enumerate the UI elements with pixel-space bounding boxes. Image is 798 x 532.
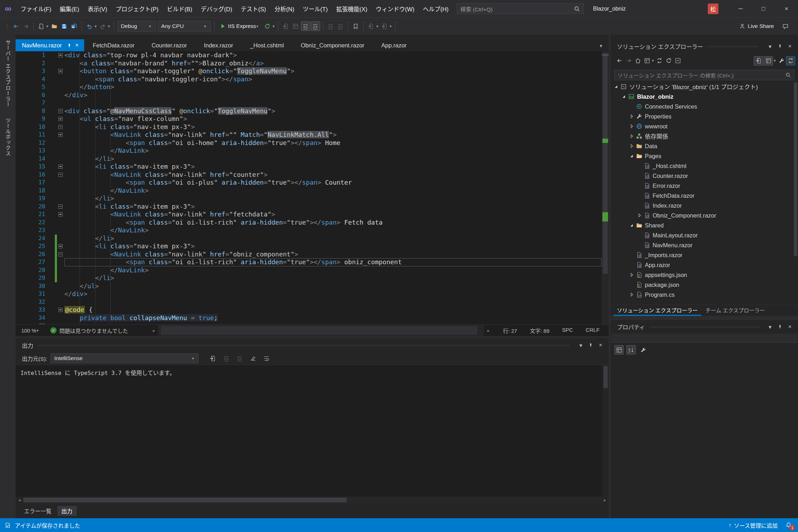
navigate-to-context-icon[interactable] <box>301 22 310 31</box>
fold-toggle[interactable] <box>58 308 63 312</box>
start-debugging-button[interactable]: IIS Express▾ <box>217 21 262 31</box>
editor-tab[interactable]: NavMenu.razor× <box>16 39 84 51</box>
editor-tab[interactable]: FetchData.razor <box>84 39 143 51</box>
tree-item[interactable]: C#Program.cs <box>611 290 798 300</box>
code-line[interactable]: 3 <button class="navbar-toggler" @onclic… <box>16 67 602 75</box>
tree-item[interactable]: @Index.razor <box>611 201 798 210</box>
toolbar-grip[interactable]: ⋮ <box>3 23 11 29</box>
tree-chevron-icon[interactable] <box>637 213 644 218</box>
tree-item[interactable]: @App.razor <box>611 260 798 270</box>
account-avatar[interactable]: 松 <box>708 4 718 14</box>
tree-item[interactable]: @_Host.cshtml <box>611 161 798 171</box>
properties-object-select[interactable] <box>611 334 797 343</box>
tree-chevron-icon[interactable] <box>629 143 636 149</box>
code-line[interactable]: 21 <NavLink class="nav-link" href="fetch… <box>16 210 602 219</box>
code-line[interactable]: 33@code { <box>16 306 602 314</box>
pin-icon[interactable] <box>67 43 72 48</box>
goto-message-icon[interactable] <box>208 353 218 363</box>
menu-item[interactable]: ファイル(F) <box>16 0 56 17</box>
code-line[interactable]: 24 </li> <box>16 235 602 243</box>
fold-toggle[interactable] <box>58 125 63 129</box>
menu-item[interactable]: プロジェクト(P) <box>111 0 163 17</box>
code-line[interactable]: 11 <NavLink class="nav-link" href="" Mat… <box>16 131 602 139</box>
code-line[interactable]: 4 <span class="navbar-toggler-icon"></sp… <box>16 75 602 83</box>
tree-chevron-icon[interactable] <box>629 123 636 129</box>
code-line[interactable]: 32 <box>16 298 602 306</box>
code-line[interactable]: 19 </li> <box>16 195 602 203</box>
code-line[interactable]: 31</div> <box>16 290 602 298</box>
tree-chevron-icon[interactable] <box>629 153 636 159</box>
tree-chevron-icon[interactable] <box>629 133 636 139</box>
tree-item[interactable]: Connected Services <box>611 102 798 111</box>
tree-item[interactable]: @MainLayout.razor <box>611 230 798 240</box>
redo-button[interactable] <box>98 21 108 31</box>
menu-item[interactable]: 分析(N) <box>270 0 299 17</box>
editor-tab[interactable]: Obniz_Component.razor <box>292 39 373 51</box>
panel-splitter[interactable] <box>16 336 609 339</box>
fold-toggle[interactable] <box>58 212 63 216</box>
decrease-indent-icon[interactable] <box>326 21 336 31</box>
solution-configuration-select[interactable]: Debug▾ <box>117 21 156 31</box>
hscroll-right-arrow[interactable]: ▸ <box>485 328 492 333</box>
tree-item[interactable]: @Error.razor <box>611 181 798 191</box>
save-button[interactable] <box>59 21 69 31</box>
feedback-icon[interactable] <box>780 21 790 31</box>
code-editor[interactable]: 1<div class="top-row pl-4 navbar navbar-… <box>16 51 609 324</box>
close-panel-icon[interactable]: × <box>786 42 794 50</box>
window-position-icon[interactable]: ▾ <box>577 341 585 349</box>
tree-item[interactable]: @_Imports.razor <box>611 250 798 260</box>
fold-toggle[interactable] <box>58 204 63 209</box>
redo-dropdown[interactable]: ▾ <box>108 24 111 29</box>
tree-scrollbar[interactable] <box>793 82 798 305</box>
fold-toggle[interactable] <box>58 252 63 256</box>
quick-search-input[interactable]: 検索 (Ctrl+Q) <box>457 3 584 14</box>
output-hscroll-left-arrow[interactable]: ◂ <box>16 497 23 503</box>
save-all-button[interactable] <box>69 21 79 31</box>
tool-window-tab[interactable]: チーム エクスプローラー <box>702 305 768 316</box>
track-active-item-icon[interactable] <box>786 56 795 65</box>
tree-chevron-icon[interactable] <box>621 94 628 99</box>
editor-tab[interactable]: App.razor <box>373 39 415 51</box>
notifications-button[interactable]: 1 <box>784 521 793 530</box>
maximize-button[interactable]: □ <box>752 0 775 17</box>
server-explorer-vertical-tab[interactable]: サーバー エクスプローラー <box>4 40 12 107</box>
menu-item[interactable]: テスト(S) <box>236 0 270 17</box>
code-line[interactable]: 10 <li class="nav-item px-3"> <box>16 123 602 131</box>
code-line[interactable]: 16 <NavLink class="nav-link" href="count… <box>16 171 602 179</box>
code-line[interactable]: 26 <NavLink class="nav-link" href="obniz… <box>16 250 602 259</box>
fold-toggle[interactable] <box>58 244 63 248</box>
hscroll-left-arrow[interactable]: ◂ <box>149 328 157 333</box>
property-pages-icon[interactable] <box>638 345 648 355</box>
step-over-icon[interactable] <box>366 21 376 31</box>
code-line[interactable]: 34 private bool collapseNavMenu = true; <box>16 314 602 322</box>
spaces-indicator[interactable]: SPC <box>562 327 573 334</box>
document-health-icon[interactable]: ✓ <box>50 327 57 334</box>
fold-toggle[interactable] <box>58 133 63 137</box>
editor-vertical-scrollbar[interactable] <box>602 51 609 324</box>
se-filter-dropdown[interactable]: ▾ <box>773 58 777 63</box>
code-line[interactable]: 9 <ul class="nav flex-column"> <box>16 115 602 123</box>
fold-toggle[interactable] <box>58 53 63 57</box>
code-line[interactable]: 30 </ul> <box>16 282 602 290</box>
close-panel-icon[interactable]: × <box>597 341 605 349</box>
bottom-panel-tab[interactable]: エラー一覧 <box>20 506 56 516</box>
solution-platform-select[interactable]: Any CPU▾ <box>158 21 211 31</box>
fold-toggle[interactable] <box>58 173 63 177</box>
menu-item[interactable]: デバッグ(D) <box>197 0 237 17</box>
attach-to-process-icon[interactable] <box>281 21 291 31</box>
line-ending-indicator[interactable]: CRLF <box>586 327 600 334</box>
toggle-word-wrap-icon[interactable] <box>261 353 271 363</box>
editor-tab[interactable]: Index.razor <box>195 39 242 51</box>
code-line[interactable]: 17 <span class="oi oi-plus" aria-hidden=… <box>16 179 602 187</box>
tree-item[interactable]: {}appsettings.json <box>611 270 798 280</box>
code-line[interactable]: 20 <li class="nav-item px-3"> <box>16 203 602 211</box>
tree-item[interactable]: {}package.json <box>611 280 798 290</box>
code-line[interactable]: 28 </NavLink> <box>16 266 602 274</box>
previous-message-icon[interactable] <box>221 353 231 363</box>
editor-split-handle[interactable] <box>602 51 609 56</box>
menu-item[interactable]: ヘルプ(H) <box>419 0 453 17</box>
se-home-icon[interactable] <box>633 56 642 65</box>
editor-tab[interactable]: _Host.cshtml <box>242 39 292 51</box>
tree-item[interactable]: @NavMenu.razor <box>611 240 798 250</box>
alphabetical-view-icon[interactable]: AZ <box>626 345 636 354</box>
